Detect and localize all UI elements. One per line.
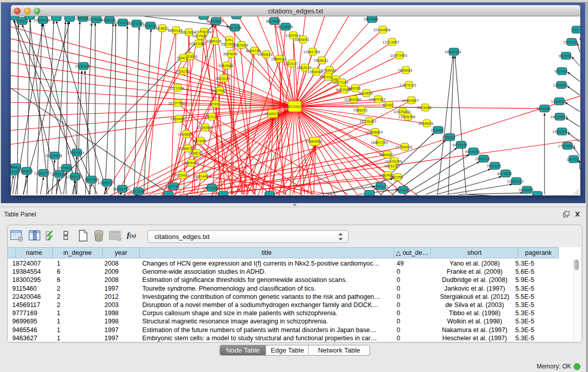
svg-text:7386372: 7386372 [353, 108, 367, 113]
svg-text:15710485: 15710485 [202, 186, 219, 190]
svg-text:10046785: 10046785 [178, 146, 195, 151]
svg-text:17359924: 17359924 [67, 150, 84, 155]
svg-text:932996: 932996 [558, 54, 571, 58]
svg-text:10961758: 10961758 [303, 50, 320, 54]
svg-text:2718179: 2718179 [175, 69, 189, 74]
svg-text:2935114: 2935114 [475, 157, 490, 161]
svg-text:10543382: 10543382 [189, 41, 206, 46]
svg-text:16033809: 16033809 [206, 19, 223, 24]
svg-text:8267110: 8267110 [204, 115, 219, 119]
svg-text:887833: 887833 [193, 139, 206, 143]
svg-text:16210643: 16210643 [550, 115, 567, 119]
svg-text:9777169: 9777169 [333, 80, 348, 85]
svg-text:17957255: 17957255 [82, 178, 99, 182]
svg-text:3624554: 3624554 [358, 91, 373, 96]
svg-text:12505135: 12505135 [66, 174, 82, 179]
svg-text:10807487: 10807487 [368, 97, 385, 102]
svg-text:116753: 116753 [567, 157, 579, 162]
svg-text:16107552: 16107552 [168, 101, 185, 105]
svg-text:10154808: 10154808 [373, 28, 390, 32]
svg-text:15720407: 15720407 [359, 119, 376, 124]
svg-text:1156829: 1156829 [18, 169, 33, 173]
svg-text:164095: 164095 [430, 128, 443, 133]
svg-text:8813054: 8813054 [266, 19, 280, 24]
svg-text:9975867: 9975867 [58, 166, 73, 170]
svg-text:16914479: 16914479 [193, 174, 210, 179]
svg-text:1872400: 1872400 [286, 104, 301, 109]
svg-text:1575107: 1575107 [563, 40, 578, 45]
svg-text:1733426: 1733426 [395, 188, 409, 192]
svg-text:9115460: 9115460 [417, 105, 432, 110]
svg-text:3215958: 3215958 [536, 106, 551, 111]
svg-text:1990044: 1990044 [308, 70, 322, 74]
svg-text:9657791: 9657791 [165, 184, 180, 189]
svg-text:9242848: 9242848 [218, 63, 233, 68]
svg-text:893892: 893892 [442, 135, 455, 140]
svg-text:19756928: 19756928 [395, 145, 412, 149]
svg-text:19384554: 19384554 [305, 139, 322, 144]
svg-text:7663822: 7663822 [154, 26, 168, 31]
svg-text:252254: 252254 [390, 175, 403, 180]
svg-text:1864091: 1864091 [294, 37, 309, 42]
svg-text:2803144: 2803144 [215, 76, 230, 81]
svg-text:16648784: 16648784 [444, 50, 461, 54]
svg-text:14136141: 14136141 [371, 184, 388, 189]
svg-text:6479197: 6479197 [452, 143, 467, 147]
svg-text:10973493: 10973493 [390, 53, 407, 58]
svg-text:1498222: 1498222 [188, 151, 203, 156]
svg-text:19463627: 19463627 [402, 98, 419, 103]
svg-text:12213967: 12213967 [382, 40, 399, 45]
svg-text:2830023: 2830023 [264, 112, 279, 116]
svg-text:17006: 17006 [209, 102, 220, 106]
svg-text:39119: 39119 [11, 169, 17, 174]
svg-text:8186328: 8186328 [206, 39, 221, 43]
svg-text:7955812: 7955812 [313, 58, 328, 63]
svg-text:93901: 93901 [177, 56, 188, 60]
svg-text:1916682: 1916682 [178, 132, 192, 137]
svg-text:17016504: 17016504 [558, 144, 575, 148]
svg-text:2687682: 2687682 [363, 17, 378, 21]
svg-text:111: 111 [573, 28, 578, 32]
svg-text:9327509: 9327509 [192, 34, 207, 38]
svg-text:1535359: 1535359 [197, 125, 211, 130]
svg-text:9474444: 9474444 [465, 149, 480, 154]
svg-text:1292346: 1292346 [129, 189, 144, 194]
svg-text:9084067: 9084067 [379, 152, 394, 157]
svg-text:3875685: 3875685 [223, 52, 237, 56]
svg-text:1221338: 1221338 [169, 86, 184, 91]
svg-text:2367608: 2367608 [233, 43, 248, 48]
svg-text:9146821: 9146821 [257, 52, 272, 57]
svg-text:18807249: 18807249 [371, 140, 387, 145]
svg-text:13975115: 13975115 [400, 83, 417, 87]
svg-text:9245052: 9245052 [518, 188, 533, 192]
svg-text:15692971: 15692971 [552, 129, 569, 134]
svg-text:62160: 62160 [383, 103, 394, 107]
svg-text:14099489: 14099489 [182, 161, 199, 165]
svg-text:9699695: 9699695 [418, 121, 433, 126]
svg-text:1588520: 1588520 [271, 57, 286, 61]
svg-text:1145194: 1145194 [51, 172, 66, 177]
svg-text:20206526: 20206526 [45, 154, 62, 158]
svg-text:1965496: 1965496 [170, 117, 185, 121]
svg-text:20364436: 20364436 [344, 97, 361, 102]
svg-text:10958107: 10958107 [97, 181, 114, 185]
svg-text:2505334: 2505334 [75, 64, 90, 69]
svg-text:8471626: 8471626 [497, 171, 512, 176]
svg-text:20691406: 20691406 [33, 18, 50, 23]
svg-text:13495758: 13495758 [398, 115, 415, 119]
svg-text:10654112: 10654112 [507, 179, 524, 184]
svg-text:1322037: 1322037 [283, 61, 298, 66]
svg-text:7625402: 7625402 [174, 173, 189, 178]
svg-text:12942757: 12942757 [34, 171, 51, 176]
svg-text:16782759: 16782759 [113, 187, 129, 191]
svg-text:922734: 922734 [554, 69, 567, 74]
svg-text:1527602: 1527602 [88, 17, 102, 22]
svg-text:10688609: 10688609 [365, 130, 382, 135]
svg-text:7857224: 7857224 [226, 26, 241, 30]
svg-text:746266: 746266 [347, 86, 360, 91]
svg-text:1615132: 1615132 [384, 164, 399, 168]
svg-text:19218506: 19218506 [276, 25, 293, 29]
svg-text:1209382: 1209382 [553, 83, 568, 87]
svg-text:7632621: 7632621 [486, 164, 501, 168]
svg-text:6734024: 6734024 [321, 68, 336, 73]
